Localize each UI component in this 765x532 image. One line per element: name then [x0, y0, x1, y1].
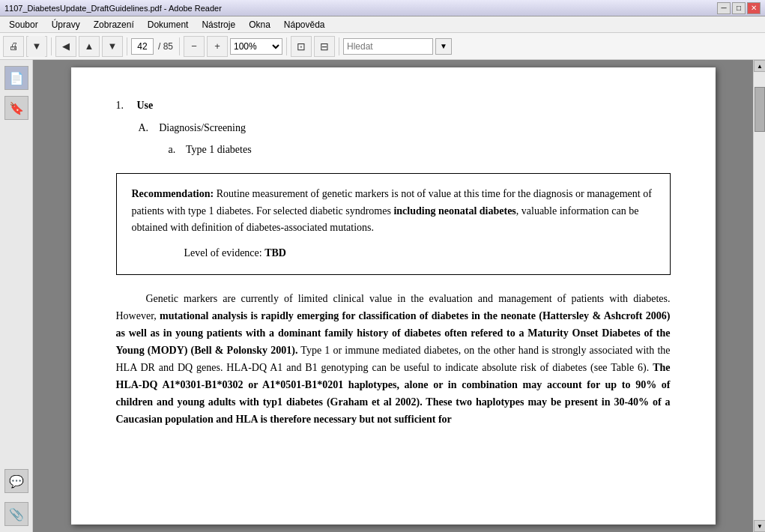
maximize-button[interactable]: □ — [732, 2, 746, 14]
nav-up-button[interactable]: ▲ — [79, 36, 100, 57]
menu-napoveda[interactable]: Nápověda — [278, 18, 331, 31]
fit-page-button[interactable]: ⊡ — [291, 36, 312, 57]
zoom-out-icon: − — [191, 40, 197, 52]
menu-nastroje[interactable]: Nástroje — [196, 18, 241, 31]
pdf-content-area[interactable]: 1. Use A. Diagnosis/Screening a. Type 1 … — [33, 60, 753, 532]
main-area: 📄 🔖 💬 📎 1. Use A. Diagnos — [0, 60, 765, 532]
search-dropdown-button[interactable]: ▼ — [435, 38, 452, 55]
recommendation-bold1: including neonatal diabetes — [393, 205, 515, 217]
nav-down-icon: ▼ — [108, 40, 118, 52]
nav-back-button[interactable]: ◀ — [55, 36, 76, 57]
subsection-a: A. Diagnosis/Screening — [139, 120, 671, 136]
menu-okna[interactable]: Okna — [243, 18, 276, 31]
toolbar-separator-4 — [286, 37, 287, 55]
bookmarks-icon: 🔖 — [9, 101, 24, 115]
save-dropdown-button[interactable]: ▼ — [28, 36, 45, 57]
section-title: 1. Use — [116, 97, 671, 114]
comment-icon: 💬 — [9, 474, 24, 489]
menu-bar: Soubor Úpravy Zobrazení Dokument Nástroj… — [0, 16, 765, 33]
menu-upravy[interactable]: Úpravy — [46, 18, 86, 31]
menu-zobrazeni[interactable]: Zobrazení — [88, 18, 140, 31]
subsection-letter: A. — [139, 122, 149, 133]
title-bar: 1107_DiabetesUpdate_DraftGuidelines.pdf … — [0, 0, 765, 16]
nav-back-icon: ◀ — [62, 40, 70, 52]
section-number: 1. — [116, 100, 124, 111]
fit-page-icon: ⊡ — [297, 40, 306, 52]
zoom-select[interactable]: 100% 75% 125% 150% — [230, 38, 282, 55]
zoom-in-icon: + — [214, 40, 220, 52]
print-button[interactable]: 🖨 — [3, 36, 24, 57]
subsubsection-a: a. Type 1 diabetes — [169, 142, 671, 158]
fit-width-button[interactable]: ⊟ — [314, 36, 335, 57]
scroll-thumb[interactable] — [755, 87, 765, 132]
toolbar-separator-1 — [51, 37, 52, 55]
pdf-page: 1. Use A. Diagnosis/Screening a. Type 1 … — [71, 67, 716, 525]
subsubsection-letter: a. — [169, 144, 176, 155]
close-button[interactable]: ✕ — [747, 2, 761, 14]
toolbar-separator-2 — [127, 37, 127, 55]
fit-width-icon: ⊟ — [320, 40, 329, 52]
print-icon: 🖨 — [9, 40, 19, 52]
recommendation-content: Recommendation: Routine measurement of g… — [132, 186, 655, 236]
pages-icon: 📄 — [9, 71, 24, 85]
level-of-evidence: Level of evidence: TBD — [132, 245, 655, 262]
sidebar-bookmarks-button[interactable]: 🔖 — [4, 96, 28, 120]
toolbar-separator-5 — [339, 37, 339, 55]
level-label: Level of evidence: — [184, 247, 265, 259]
menu-dokument[interactable]: Dokument — [142, 18, 195, 31]
window-controls: ─ □ ✕ — [717, 2, 761, 14]
page-total: / 85 — [158, 41, 173, 52]
level-value: TBD — [264, 247, 286, 259]
recommendation-label: Recommendation: — [132, 188, 214, 199]
page-number-input[interactable] — [131, 38, 154, 55]
scroll-track[interactable] — [754, 72, 765, 520]
scroll-down-button[interactable]: ▼ — [754, 520, 765, 532]
toolbar-separator-3 — [179, 37, 180, 55]
scroll-up-button[interactable]: ▲ — [754, 60, 765, 72]
search-input[interactable] — [343, 38, 433, 55]
right-scrollbar[interactable]: ▲ ▼ — [753, 60, 765, 532]
left-sidebar: 📄 🔖 💬 📎 — [0, 60, 33, 532]
body-paragraph: Genetic markers are currently of limited… — [116, 290, 671, 429]
recommendation-box: Recommendation: Routine measurement of g… — [116, 173, 671, 275]
zoom-out-button[interactable]: − — [184, 36, 205, 57]
nav-down-button[interactable]: ▼ — [102, 36, 123, 57]
minimize-button[interactable]: ─ — [717, 2, 731, 14]
sidebar-comment-button[interactable]: 💬 — [4, 469, 28, 493]
subsection-title: Diagnosis/Screening — [159, 122, 246, 133]
sidebar-attach-button[interactable]: 📎 — [4, 502, 28, 526]
subsubsection-title: Type 1 diabetes — [186, 144, 252, 155]
section-title-text: Use — [137, 100, 154, 111]
attach-icon: 📎 — [9, 507, 24, 522]
toolbar: 🖨 ▼ ◀ ▲ ▼ / 85 − + 100% 75% 125% 150% ⊡ … — [0, 33, 765, 60]
zoom-in-button[interactable]: + — [207, 36, 228, 57]
menu-soubor[interactable]: Soubor — [3, 18, 44, 31]
sidebar-pages-button[interactable]: 📄 — [4, 66, 28, 90]
window-title: 1107_DiabetesUpdate_DraftGuidelines.pdf … — [4, 4, 222, 13]
nav-up-icon: ▲ — [85, 40, 94, 52]
